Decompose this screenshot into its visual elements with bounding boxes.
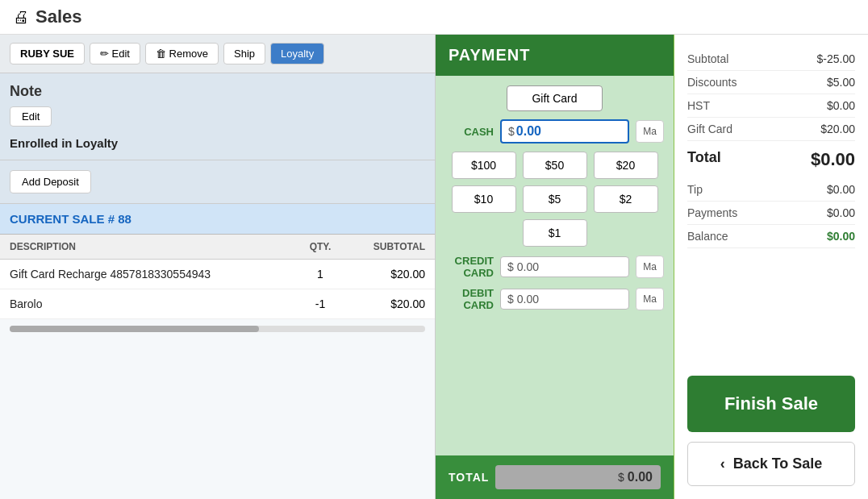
credit-label: CREDIT CARD xyxy=(445,255,494,279)
total-value: 0.00 xyxy=(628,470,653,484)
sale-table-header: DESCRIPTION QTY. SUBTOTAL xyxy=(0,235,435,260)
total-summary-row: Total $0.00 xyxy=(687,141,855,178)
col-qty-header: QTY. xyxy=(296,241,344,252)
loyalty-button[interactable]: Loyalty xyxy=(270,43,324,64)
item-subtotal: $20.00 xyxy=(344,297,425,310)
customer-bar: RUBY SUE ✏ Edit 🗑 Remove Ship Loyalty xyxy=(0,35,435,73)
balance-value: $0.00 xyxy=(827,230,855,243)
item-subtotal: $20.00 xyxy=(344,268,425,281)
payments-row: Payments $0.00 xyxy=(687,202,855,225)
quick-20-button[interactable]: $20 xyxy=(594,152,658,179)
note-edit-button[interactable]: Edit xyxy=(10,106,52,127)
edit-button[interactable]: ✏ Edit xyxy=(90,43,140,64)
debit-max-button[interactable]: Ma xyxy=(636,288,664,310)
tip-value: $0.00 xyxy=(827,183,855,196)
right-panel: Subtotal $-25.00 Discounts $5.00 HST $0.… xyxy=(674,35,868,499)
col-description-header: DESCRIPTION xyxy=(10,241,296,252)
quick-5-button[interactable]: $5 xyxy=(523,185,587,213)
note-title: Note xyxy=(10,83,425,100)
item-qty: 1 xyxy=(296,268,344,281)
tip-label: Tip xyxy=(687,183,703,196)
total-summary-value: $0.00 xyxy=(811,149,855,170)
scrollbar-track[interactable] xyxy=(10,326,425,332)
sales-icon: 🖨 xyxy=(13,8,29,27)
subtotal-row: Subtotal $-25.00 xyxy=(687,48,855,71)
debit-value: 0.00 xyxy=(517,293,539,306)
table-row: Gift Card Recharge 4857818330554943 1 $2… xyxy=(0,260,435,289)
finish-sale-button[interactable]: Finish Sale xyxy=(687,376,855,432)
payment-header: PAYMENT xyxy=(436,35,674,76)
discounts-row: Discounts $5.00 xyxy=(687,71,855,94)
debit-input-wrap: $ 0.00 xyxy=(500,289,629,310)
page-title: Sales xyxy=(35,6,82,27)
total-label: TOTAL xyxy=(449,471,489,484)
cash-row: CASH $ Ma xyxy=(445,119,664,143)
total-amount-wrap: $ 0.00 xyxy=(495,465,661,489)
payments-value: $0.00 xyxy=(827,206,855,219)
ship-button[interactable]: Ship xyxy=(223,43,265,64)
sale-number: CURRENT SALE # 88 xyxy=(10,212,131,226)
payment-panel: PAYMENT Gift Card CASH $ Ma $10 xyxy=(436,35,674,499)
cash-label: CASH xyxy=(445,126,494,138)
balance-label: Balance xyxy=(687,230,728,243)
credit-currency: $ xyxy=(507,260,514,273)
balance-row: Balance $0.00 xyxy=(687,225,855,248)
subtotal-label: Subtotal xyxy=(687,52,728,65)
hst-row: HST $0.00 xyxy=(687,94,855,118)
back-to-sale-label: Back To Sale xyxy=(733,455,823,472)
quick-100-button[interactable]: $100 xyxy=(452,152,516,179)
total-currency: $ xyxy=(618,471,624,484)
tip-row: Tip $0.00 xyxy=(687,178,855,202)
left-panel: RUBY SUE ✏ Edit 🗑 Remove Ship Loyalty No… xyxy=(0,35,436,499)
credit-card-row: CREDIT CARD $ 0.00 Ma xyxy=(445,255,664,279)
discounts-label: Discounts xyxy=(687,76,737,89)
gift-card-row: Gift Card xyxy=(445,85,664,111)
discounts-value: $5.00 xyxy=(827,76,855,89)
credit-max-button[interactable]: Ma xyxy=(636,256,664,278)
cash-currency: $ xyxy=(508,125,515,138)
debit-card-row: DEBIT CARD $ 0.00 Ma xyxy=(445,287,664,311)
item-description: Gift Card Recharge 4857818330554943 xyxy=(10,268,296,281)
col-subtotal-header: SUBTOTAL xyxy=(344,241,425,252)
total-bar: TOTAL $ 0.00 xyxy=(436,455,674,499)
enrolled-label: Enrolled in Loyalty xyxy=(10,136,425,150)
table-row: Barolo -1 $20.00 xyxy=(0,289,435,319)
quick-10-button[interactable]: $10 xyxy=(452,185,516,213)
quick-2-button[interactable]: $2 xyxy=(594,185,658,213)
quick-1-button[interactable]: $1 xyxy=(523,219,587,247)
gift-card-button[interactable]: Gift Card xyxy=(507,85,602,111)
back-to-sale-button[interactable]: ‹ Back To Sale xyxy=(687,442,855,486)
hst-label: HST xyxy=(687,99,710,112)
deposit-section: Add Deposit xyxy=(0,160,435,204)
debit-label: DEBIT CARD xyxy=(445,287,494,311)
credit-input-wrap: $ 0.00 xyxy=(500,256,629,277)
payments-label: Payments xyxy=(687,206,737,219)
debit-currency: $ xyxy=(507,293,514,306)
quick-amounts: $100 $50 $20 $10 $5 $2 $1 xyxy=(445,152,664,247)
remove-button[interactable]: 🗑 Remove xyxy=(145,43,219,64)
back-chevron-icon: ‹ xyxy=(720,455,725,472)
credit-value: 0.00 xyxy=(517,260,539,273)
sale-header: CURRENT SALE # 88 xyxy=(0,204,435,235)
total-summary-label: Total xyxy=(687,149,721,170)
add-deposit-button[interactable]: Add Deposit xyxy=(10,170,91,193)
customer-name-tab[interactable]: RUBY SUE xyxy=(10,43,85,64)
cash-max-button[interactable]: Ma xyxy=(636,120,664,143)
item-qty: -1 xyxy=(296,297,344,310)
note-section: Note Edit Enrolled in Loyalty xyxy=(0,73,435,160)
gift-card-summary-value: $20.00 xyxy=(820,123,855,135)
quick-50-button[interactable]: $50 xyxy=(523,152,587,179)
subtotal-value: $-25.00 xyxy=(817,52,855,65)
hst-value: $0.00 xyxy=(827,99,855,112)
gift-card-summary-row: Gift Card $20.00 xyxy=(687,118,855,141)
cash-input-wrap[interactable]: $ xyxy=(500,119,629,143)
payment-body: Gift Card CASH $ Ma $100 $50 $20 $10 xyxy=(436,76,674,455)
gift-card-summary-label: Gift Card xyxy=(687,123,732,135)
scrollbar-thumb[interactable] xyxy=(10,326,259,332)
cash-input[interactable] xyxy=(516,124,581,139)
item-description: Barolo xyxy=(10,297,296,310)
